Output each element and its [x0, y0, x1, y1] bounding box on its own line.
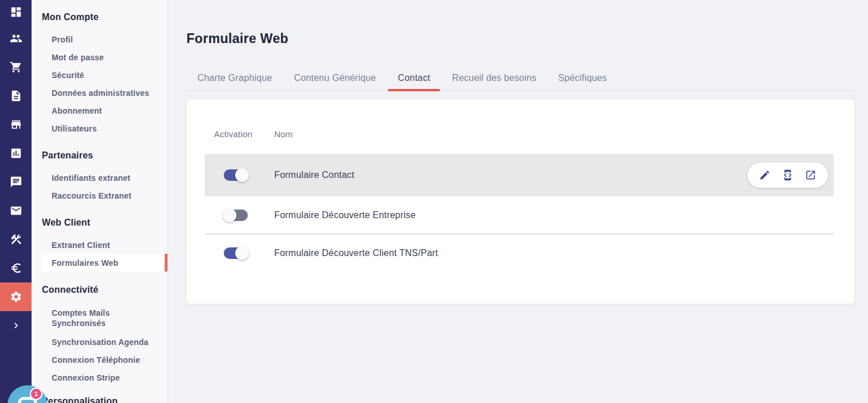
- tools-icon: [10, 233, 22, 246]
- column-header-nom: Nom: [274, 129, 293, 139]
- rail-item-euro[interactable]: [0, 254, 32, 282]
- forms-card: Activation Nom Formulaire ContactFormula…: [186, 99, 854, 304]
- sidebar-item-label: Identifiants extranet: [52, 173, 130, 183]
- embed-code-icon: [782, 169, 793, 181]
- sidebar-item-label: Abonnement: [52, 106, 102, 116]
- rail-item-chart[interactable]: [0, 139, 32, 168]
- rail-item-chevron-right[interactable]: [0, 311, 32, 340]
- open-in-new-button[interactable]: [805, 169, 816, 181]
- sidebar-item-connexion-telephonie[interactable]: Connexion Téléphonie: [42, 351, 168, 369]
- activation-toggle[interactable]: [224, 209, 248, 222]
- sidebar-item-securite[interactable]: Sécurité: [42, 66, 168, 84]
- sidebar-section-title: Personnalisation: [32, 396, 168, 403]
- tab-contact[interactable]: Contact: [387, 67, 441, 90]
- tab-bar: Charte GraphiqueContenu GénériqueContact…: [186, 67, 854, 91]
- activation-cell: [224, 247, 274, 259]
- page-title: Formulaire Web: [186, 30, 868, 47]
- activation-toggle[interactable]: [224, 247, 248, 259]
- sidebar-item-donnees-administratives[interactable]: Données administratives: [42, 84, 168, 102]
- sidebar-item-label: Formulaires Web: [52, 258, 118, 268]
- sidebar-section-title: Partenaires: [32, 150, 168, 161]
- sidebar-item-comptes-mails-synchronises[interactable]: Comptes Mails Synchronisés: [42, 303, 168, 333]
- notification-badge: 1: [30, 388, 42, 400]
- sidebar-item-label: Synchronisation Agenda: [52, 337, 149, 347]
- table-row: Formulaire Découverte Entreprise: [205, 196, 834, 234]
- chart-icon: [10, 147, 22, 160]
- sidebar-item-extranet-client[interactable]: Extranet Client: [42, 236, 168, 254]
- sidebar-item-profil[interactable]: Profil: [42, 30, 168, 48]
- edit-button[interactable]: [759, 169, 770, 181]
- rail-item-people[interactable]: [0, 24, 32, 53]
- sidebar-item-label: Données administratives: [52, 88, 149, 98]
- sidebar-item-label: Connexion Téléphonie: [52, 355, 140, 365]
- sidebar-item-label: Sécurité: [52, 70, 84, 80]
- toggle-knob: [235, 246, 249, 260]
- main-content: Formulaire Web Charte GraphiqueContenu G…: [168, 0, 868, 403]
- sidebar-item-synchronisation-agenda[interactable]: Synchronisation Agenda: [42, 333, 168, 351]
- sidebar-section-personnalisation: Personnalisation: [32, 396, 168, 403]
- sidebar-item-identifiants-extranet[interactable]: Identifiants extranet: [42, 169, 168, 187]
- sidebar-section-title: Web Client: [32, 217, 168, 228]
- sidebar-item-label: Extranet Client: [52, 240, 110, 250]
- sidebar-item-label: Connexion Stripe: [52, 373, 120, 383]
- sidebar-item-raccourcis-extranet[interactable]: Raccourcis Extranet: [42, 187, 168, 204]
- rail-item-document[interactable]: [0, 82, 32, 110]
- rail-item-cart[interactable]: [0, 53, 32, 82]
- sidebar-item-label: Raccourcis Extranet: [52, 191, 131, 201]
- sidebar-item-label: Utilisateurs: [52, 123, 97, 134]
- rail-item-mail[interactable]: [0, 196, 32, 225]
- rail-item-tools[interactable]: [0, 225, 32, 254]
- tab-recueil-des-besoins[interactable]: Recueil des besoins: [441, 67, 547, 90]
- sidebar-section-web-client: Web ClientExtranet ClientFormulaires Web: [32, 217, 168, 272]
- rail-item-store[interactable]: [0, 110, 32, 139]
- icon-rail: [0, 0, 32, 403]
- tab-specifiques[interactable]: Spécifiques: [547, 67, 618, 90]
- open-in-new-icon: [805, 169, 816, 181]
- sidebar-section-mon-compte: Mon CompteProfilMot de passeSécuritéDonn…: [32, 11, 168, 137]
- sidebar-section-title: Connectivité: [32, 284, 168, 296]
- sidebar-section-connectivite: ConnectivitéComptes Mails SynchronisésSy…: [32, 284, 168, 386]
- settings-sidebar: Mon CompteProfilMot de passeSécuritéDonn…: [32, 0, 168, 403]
- sidebar-item-mot-de-passe[interactable]: Mot de passe: [42, 48, 168, 66]
- activation-cell: [224, 169, 274, 181]
- chevron-right-icon: [10, 320, 22, 331]
- tab-charte-graphique[interactable]: Charte Graphique: [186, 67, 283, 90]
- form-name: Formulaire Découverte Entreprise: [274, 210, 416, 220]
- sidebar-item-label: Mot de passe: [52, 52, 104, 63]
- gear-icon: [10, 290, 22, 303]
- sidebar-section-title: Mon Compte: [32, 11, 168, 23]
- embed-code-button[interactable]: [782, 169, 793, 181]
- sidebar-item-formulaires-web[interactable]: Formulaires Web: [42, 254, 168, 272]
- rail-item-dashboard[interactable]: [0, 0, 32, 24]
- row-actions-pill: [748, 162, 828, 188]
- rail-item-chat[interactable]: [0, 168, 32, 196]
- activation-cell: [224, 209, 274, 222]
- form-name: Formulaire Découverte Client TNS/Part: [274, 248, 438, 258]
- cart-icon: [10, 61, 22, 73]
- table-row: Formulaire Découverte Client TNS/Part: [205, 234, 834, 272]
- edit-icon: [759, 169, 770, 181]
- euro-icon: [10, 262, 22, 274]
- sidebar-section-partenaires: PartenairesIdentifiants extranetRaccourc…: [32, 150, 168, 204]
- forms-table: Formulaire ContactFormulaire Découverte …: [205, 154, 834, 272]
- people-icon: [10, 32, 22, 45]
- toggle-knob: [235, 168, 249, 182]
- sidebar-item-connexion-stripe[interactable]: Connexion Stripe: [42, 369, 168, 386]
- rail-item-gear[interactable]: [0, 282, 32, 311]
- store-icon: [10, 118, 22, 131]
- table-row: Formulaire Contact: [205, 154, 834, 196]
- tab-contenu-generique[interactable]: Contenu Générique: [283, 67, 387, 90]
- dashboard-icon: [10, 6, 22, 18]
- sidebar-item-label: Profil: [52, 34, 73, 45]
- toggle-knob: [223, 208, 236, 222]
- document-icon: [10, 90, 22, 102]
- table-header: Activation Nom: [186, 99, 854, 139]
- sidebar-item-abonnement[interactable]: Abonnement: [42, 102, 168, 119]
- activation-toggle[interactable]: [224, 169, 248, 181]
- sidebar-item-label: Comptes Mails Synchronisés: [52, 308, 132, 328]
- column-header-activation: Activation: [214, 129, 274, 139]
- form-name: Formulaire Contact: [274, 170, 355, 180]
- sidebar-item-utilisateurs[interactable]: Utilisateurs: [42, 119, 168, 137]
- mail-icon: [10, 204, 22, 217]
- chat-icon: [10, 176, 22, 188]
